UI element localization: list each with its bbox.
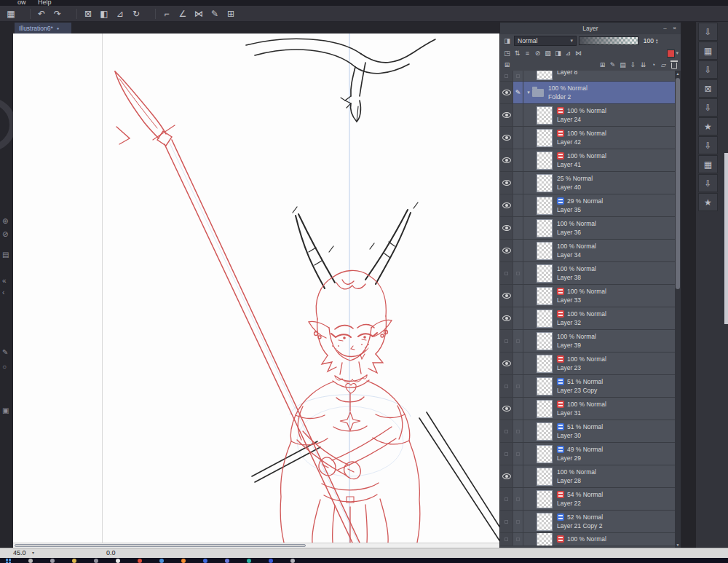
redo-icon[interactable]: ↷	[50, 7, 65, 20]
blend-mode-dropdown[interactable]: Normal ▾	[514, 36, 577, 46]
deselect-icon[interactable]: ⊠	[81, 7, 95, 20]
transform-icon[interactable]: ⊿	[113, 7, 127, 20]
app-icon-1[interactable]	[94, 559, 98, 563]
layer-row[interactable]: 100 % NormalLayer 38	[500, 262, 681, 285]
new-raster-layer-icon[interactable]: ⊞	[598, 60, 607, 70]
layer-visibility-toggle[interactable]	[500, 488, 513, 510]
layer-list-scrollbar[interactable]: ▲ ▼	[675, 71, 681, 548]
layer-thumbnail[interactable]	[537, 490, 553, 508]
layer-visibility-eye-icon[interactable]	[500, 82, 513, 103]
layer-row[interactable]: 100 % NormalLayer 28	[500, 465, 681, 488]
auto-select-icon[interactable]: ⊛	[2, 217, 8, 225]
ruler-snap-icon[interactable]: ⊿	[563, 49, 573, 58]
pen-tool-icon[interactable]: ✎	[2, 348, 8, 356]
layer-row[interactable]: 100 % NormalLayer 23	[500, 353, 681, 375]
layer-thumbnail[interactable]	[537, 377, 553, 395]
layer-visibility-eye-icon[interactable]	[500, 398, 513, 420]
opacity-spinner[interactable]: ▴ ▾	[656, 38, 658, 44]
chevron-down-icon[interactable]: ▾	[32, 550, 34, 555]
discord-icon[interactable]	[225, 559, 229, 563]
dock-button-6[interactable]: ★	[698, 117, 718, 135]
opacity-slider[interactable]	[579, 36, 638, 45]
layer-row[interactable]: 51 % NormalLayer 30	[500, 420, 681, 443]
app-icon-2[interactable]	[116, 559, 120, 563]
spinner-down-icon[interactable]: ▾	[656, 41, 658, 44]
dock-button-8[interactable]: ▦	[698, 155, 718, 173]
merge-down-icon[interactable]: ⇊	[638, 60, 648, 70]
dock-button-2[interactable]: ▦	[698, 42, 718, 60]
layer-row[interactable]: 29 % NormalLayer 35	[500, 194, 681, 217]
layer-row[interactable]: 100 % NormalLayer 33	[500, 285, 681, 307]
layer-row[interactable]: 100 % NormalLayer 24	[500, 104, 681, 127]
search-icon[interactable]	[28, 559, 33, 563]
panel-grid-icon[interactable]: ⊞	[502, 60, 512, 70]
reference-layer-icon[interactable]: ⇅	[513, 49, 522, 58]
layer-visibility-eye-icon[interactable]	[500, 217, 513, 239]
dock-button-10[interactable]: ★	[698, 193, 718, 211]
firefox-icon[interactable]	[181, 559, 186, 563]
layer-visibility-toggle[interactable]	[500, 443, 513, 465]
layer-visibility-toggle[interactable]	[500, 330, 513, 352]
layer-row[interactable]: Layer 8	[500, 71, 681, 82]
layer-thumbnail[interactable]	[537, 197, 553, 215]
layer-visibility-eye-icon[interactable]	[500, 127, 513, 149]
layer-visibility-eye-icon[interactable]	[500, 240, 513, 261]
set-square-icon[interactable]: ∠	[175, 7, 190, 20]
scroll-up-icon[interactable]: ▲	[675, 71, 681, 77]
layer-row[interactable]: 100 % NormalLayer 41	[500, 149, 681, 172]
app-icon-4[interactable]	[203, 559, 207, 563]
layer-visibility-eye-icon[interactable]	[500, 285, 513, 307]
dock-button-1[interactable]: ⇩	[698, 23, 718, 41]
chevron-down-icon[interactable]: ▾	[676, 50, 678, 56]
divide-frame-icon[interactable]: ▱	[659, 60, 668, 70]
pen-ruler-icon[interactable]: ✎	[207, 7, 222, 20]
folder-tray-icon[interactable]: ▤	[2, 251, 9, 259]
symmetry-ruler-icon[interactable]: ⋈	[191, 7, 206, 20]
new-folder-icon[interactable]: ▤	[618, 60, 628, 70]
layer-row[interactable]: 49 % NormalLayer 29	[500, 443, 681, 465]
layer-row[interactable]: 54 % NormalLayer 22	[500, 488, 681, 511]
layer-visibility-toggle[interactable]	[500, 511, 513, 532]
lock-layer-icon[interactable]: ⊘	[533, 49, 542, 58]
dock-button-5[interactable]: ⇩	[698, 98, 718, 117]
layer-visibility-eye-icon[interactable]	[500, 104, 513, 126]
panel-minimize-icon[interactable]: –	[661, 24, 669, 32]
start-button[interactable]	[6, 559, 11, 563]
scrollbar-thumb[interactable]	[15, 544, 306, 547]
layer-visibility-toggle[interactable]	[500, 262, 513, 284]
create-mask-icon[interactable]: ◔	[649, 60, 658, 70]
layer-row[interactable]: 52 % NormalLayer 21 Copy 2	[500, 511, 681, 533]
layer-thumbnail[interactable]	[537, 219, 553, 237]
layer-row[interactable]: 100 % NormalLayer 32	[500, 307, 681, 330]
layer-visibility-eye-icon[interactable]	[500, 465, 513, 487]
rotate-view-icon[interactable]: ↻	[129, 7, 143, 20]
layer-thumbnail[interactable]	[537, 310, 553, 328]
dock-scrollbar[interactable]	[724, 153, 728, 324]
app-icon-5[interactable]	[247, 559, 251, 563]
canvas-horizontal-scrollbar[interactable]	[13, 543, 499, 548]
layer-visibility-eye-icon[interactable]	[500, 194, 513, 216]
layer-thumbnail[interactable]	[537, 355, 553, 373]
ruler-icon[interactable]: ⌐	[159, 7, 174, 20]
menu-item-window[interactable]: ow	[17, 0, 26, 6]
layer-thumbnail[interactable]	[537, 445, 553, 463]
scrollbar-thumb[interactable]	[676, 78, 680, 289]
layer-thumbnail[interactable]	[537, 533, 553, 546]
layer-row[interactable]: 100 % NormalLayer 34	[500, 240, 681, 262]
app-grid-icon[interactable]: ▦	[4, 7, 18, 20]
document-tab[interactable]: Illustration6* ●	[15, 23, 71, 34]
task-view-icon[interactable]	[50, 559, 55, 563]
layer-thumbnail[interactable]	[537, 264, 553, 283]
swatch-icon[interactable]: ▣	[2, 406, 9, 414]
layer-visibility-toggle[interactable]	[500, 71, 513, 81]
lock-transparent-icon[interactable]: ▨	[543, 49, 553, 58]
canvas-drawing[interactable]	[102, 34, 499, 543]
layer-thumbnail[interactable]	[537, 468, 553, 486]
layer-row[interactable]: 100 % NormalLayer 42	[500, 127, 681, 149]
delete-layer-icon[interactable]	[669, 60, 678, 70]
layer-row-folder[interactable]: ✎▾100 % NormalFolder 2	[500, 82, 681, 104]
undo-icon[interactable]: ↶	[34, 7, 49, 20]
dock-button-7[interactable]: ⇩	[698, 136, 718, 154]
layer-visibility-toggle[interactable]	[500, 533, 513, 546]
layer-row[interactable]: 25 % NormalLayer 40	[500, 172, 681, 194]
